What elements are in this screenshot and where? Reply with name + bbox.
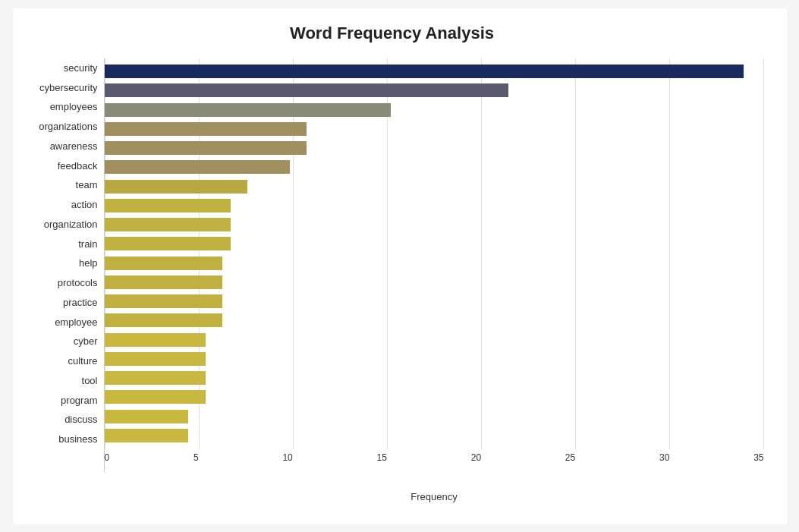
bar-tool (105, 371, 206, 385)
x-tick: 35 (753, 452, 763, 463)
y-label-awareness: awareness (50, 137, 98, 156)
y-label-business: business (58, 430, 97, 449)
y-label-program: program (61, 390, 97, 410)
x-tick: 20 (471, 452, 481, 463)
y-label-team: team (76, 175, 98, 195)
y-label-train: train (78, 234, 97, 253)
y-label-discuss: discuss (64, 410, 97, 430)
bar-business (105, 429, 189, 442)
bar-cybersecurity (105, 83, 508, 97)
y-label-tool: tool (82, 371, 98, 391)
bar-culture (105, 352, 206, 366)
bar-row (105, 81, 764, 100)
bar-row (105, 100, 764, 119)
y-label-security: security (64, 58, 98, 78)
y-label-organizations: organizations (39, 117, 97, 137)
y-label-protocols: protocols (58, 273, 98, 293)
bar-row (105, 235, 764, 253)
bar-action (105, 199, 231, 212)
bar-protocols (105, 275, 222, 289)
chart-container: Word Frequency Analysis securitycybersec… (13, 8, 787, 524)
y-axis: securitycybersecurityemployeesorganizati… (20, 58, 104, 472)
y-label-feedback: feedback (58, 156, 98, 175)
y-label-employee: employee (55, 312, 97, 332)
bar-awareness (105, 141, 307, 155)
x-tick: 5 (193, 452, 199, 463)
x-axis: 05101520253035 (105, 449, 764, 472)
grid-and-bars: 05101520253035 Frequency (105, 58, 764, 472)
bar-security (105, 65, 744, 78)
x-tick: 10 (282, 452, 292, 463)
y-label-cybersecurity: cybersecurity (39, 77, 98, 97)
bar-help (105, 257, 222, 270)
x-tick: 25 (565, 452, 575, 463)
bar-row (105, 253, 764, 272)
bar-row (105, 158, 764, 177)
y-label-culture: culture (68, 351, 97, 371)
bar-discuss (105, 410, 189, 423)
bar-row (105, 388, 764, 407)
bars-container (105, 58, 764, 449)
bar-employees (105, 103, 391, 117)
bar-row (105, 272, 764, 291)
bar-organization (105, 218, 231, 231)
chart-title: Word Frequency Analysis (20, 24, 764, 43)
x-axis-label: Frequency (411, 491, 457, 502)
bar-row (105, 177, 764, 196)
bar-row (105, 369, 764, 388)
x-tick: 15 (377, 452, 387, 463)
bar-feedback (105, 160, 290, 174)
bar-row (105, 426, 764, 445)
y-label-organization: organization (44, 215, 98, 235)
bar-team (105, 180, 248, 194)
x-tick: 0 (105, 452, 110, 463)
chart-area: securitycybersecurityemployeesorganizati… (20, 58, 764, 472)
y-label-practice: practice (63, 293, 98, 313)
y-label-cyber: cyber (74, 332, 98, 351)
bar-train (105, 237, 231, 250)
y-label-help: help (79, 253, 98, 273)
bar-row (105, 119, 764, 138)
y-label-employees: employees (50, 97, 98, 117)
bar-row (105, 139, 764, 158)
plot-area: 05101520253035 Frequency (104, 58, 764, 472)
bar-row (105, 216, 764, 235)
bar-practice (105, 294, 222, 308)
bar-row (105, 407, 764, 426)
y-label-action: action (71, 195, 98, 215)
bar-cyber (105, 333, 206, 347)
bar-employee (105, 313, 222, 327)
bar-row (105, 292, 764, 311)
bar-row (105, 330, 764, 349)
bar-row (105, 196, 764, 215)
bar-row (105, 62, 764, 81)
bar-program (105, 390, 206, 404)
bar-organizations (105, 122, 307, 136)
bar-row (105, 311, 764, 330)
bar-row (105, 349, 764, 368)
x-tick: 30 (659, 452, 669, 463)
